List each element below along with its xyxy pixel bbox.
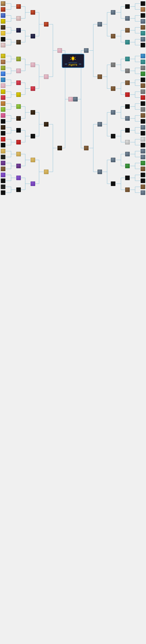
r2-slot-13	[125, 152, 130, 156]
char-avatar	[141, 60, 145, 64]
char-avatar	[125, 152, 130, 156]
r1-slot-31	[141, 184, 145, 189]
char-avatar	[125, 128, 130, 132]
l4-slot-2	[44, 74, 48, 79]
l1-slot-2	[1, 7, 5, 12]
r5-slot-1	[84, 48, 88, 53]
char-avatar	[141, 113, 145, 118]
char-avatar	[111, 134, 116, 138]
char-avatar	[1, 37, 5, 42]
char-avatar	[1, 137, 5, 142]
l1-slot-22	[1, 131, 5, 136]
char-avatar	[141, 149, 145, 154]
char-avatar	[141, 13, 145, 18]
r1-slot-29	[141, 173, 145, 177]
l3-slot-2	[30, 34, 35, 38]
r1-slot-16	[141, 95, 145, 100]
r1-slot-5	[141, 25, 145, 30]
char-avatar	[30, 62, 35, 67]
r2-slot-5	[125, 57, 130, 61]
char-avatar	[98, 74, 102, 79]
char-avatar	[44, 170, 48, 174]
char-avatar	[44, 74, 48, 79]
l2-slot-16	[16, 188, 21, 192]
r1-slot-6	[141, 31, 145, 36]
char-avatar	[125, 16, 130, 21]
char-avatar	[1, 131, 5, 136]
l1-slot-12	[1, 72, 5, 76]
l1-slot-31	[1, 184, 5, 189]
char-avatar	[141, 37, 145, 42]
r4-slot-4	[98, 170, 102, 174]
r1-slot-11	[141, 66, 145, 70]
l4-slot-4	[44, 170, 48, 174]
char-avatar	[1, 155, 5, 159]
r2-slot-12	[125, 140, 130, 144]
char-avatar	[141, 43, 145, 48]
char-avatar	[98, 22, 102, 26]
r1-slot-25	[141, 149, 145, 154]
char-avatar	[1, 149, 5, 154]
char-avatar	[16, 104, 21, 109]
char-avatar	[1, 7, 5, 12]
char-avatar	[141, 155, 145, 159]
logo-fist-icon	[70, 56, 77, 62]
r3-slot-4	[111, 86, 116, 91]
char-avatar	[125, 176, 130, 180]
l1-slot-1	[1, 1, 5, 6]
r3-slot-8	[111, 182, 116, 186]
char-avatar	[125, 188, 130, 192]
char-avatar	[30, 34, 35, 38]
char-avatar	[98, 170, 102, 174]
char-avatar	[73, 97, 78, 102]
l1-slot-28	[1, 166, 5, 171]
char-avatar	[1, 107, 5, 112]
l2-slot-6	[16, 68, 21, 73]
l1-slot-4	[1, 19, 5, 24]
svg-marker-253	[70, 59, 71, 60]
char-avatar	[30, 158, 35, 162]
r1-slot-15	[141, 90, 145, 94]
char-avatar	[141, 78, 145, 82]
l1-slot-5	[1, 25, 5, 30]
r1-slot-12	[141, 72, 145, 76]
l3-slot-8	[30, 182, 35, 186]
char-avatar	[16, 176, 21, 180]
char-avatar	[16, 68, 21, 73]
char-avatar	[111, 10, 116, 15]
l3-slot-7	[30, 158, 35, 162]
char-avatar	[30, 10, 35, 15]
r3-slot-2	[111, 34, 116, 38]
char-avatar	[141, 119, 145, 124]
l1-slot-23	[1, 137, 5, 142]
char-avatar	[141, 184, 145, 189]
char-avatar	[141, 161, 145, 165]
char-avatar	[16, 80, 21, 85]
char-avatar	[16, 140, 21, 144]
r1-slot-3	[141, 13, 145, 18]
char-avatar	[30, 182, 35, 186]
r3-slot-3	[111, 62, 116, 67]
r4-slot-1	[98, 22, 102, 26]
logo-bracket-text: BRACKET	[69, 62, 77, 64]
center-final-right	[73, 97, 78, 102]
char-avatar	[44, 122, 48, 126]
char-avatar	[1, 43, 5, 48]
char-avatar	[58, 48, 62, 53]
r2-slot-7	[125, 80, 130, 85]
char-avatar	[125, 28, 130, 32]
char-avatar	[1, 173, 5, 177]
r1-slot-19	[141, 113, 145, 118]
l2-slot-15	[16, 176, 21, 180]
bracket-layout: BRACKET FighTS	[0, 0, 146, 644]
char-avatar	[30, 86, 35, 91]
char-avatar	[58, 146, 62, 150]
bracket-lines	[0, 0, 146, 644]
char-avatar	[141, 173, 145, 177]
char-avatar	[111, 86, 116, 91]
r2-slot-2	[125, 16, 130, 21]
svg-marker-252	[73, 60, 74, 61]
char-avatar	[1, 19, 5, 24]
r1-slot-23	[141, 137, 145, 142]
l3-slot-6	[30, 134, 35, 138]
